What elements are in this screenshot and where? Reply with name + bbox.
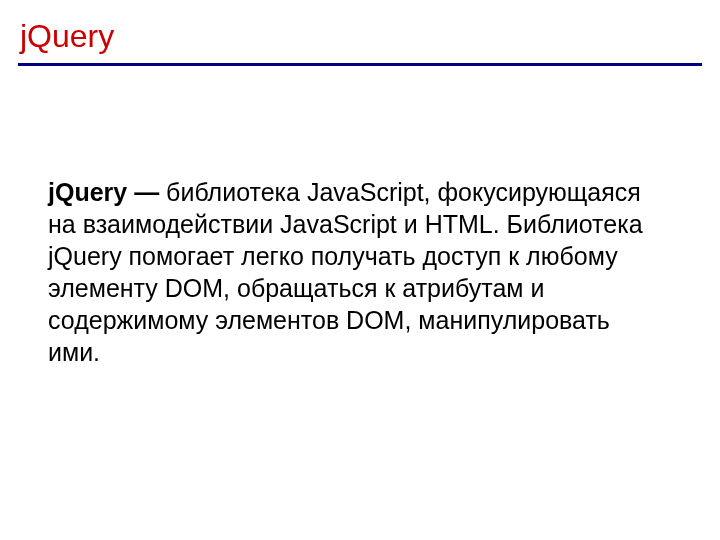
slide-content: jQuery — библиотека JavaScript, фокусиру…	[0, 66, 720, 368]
slide-title: jQuery	[0, 0, 720, 63]
description: библиотека JavaScript, фокусирующаяся на…	[48, 178, 643, 366]
slide: jQuery jQuery — библиотека JavaScript, ф…	[0, 0, 720, 540]
paragraph: jQuery — библиотека JavaScript, фокусиру…	[48, 176, 660, 368]
term: jQuery	[48, 178, 127, 206]
separator: —	[127, 178, 166, 206]
